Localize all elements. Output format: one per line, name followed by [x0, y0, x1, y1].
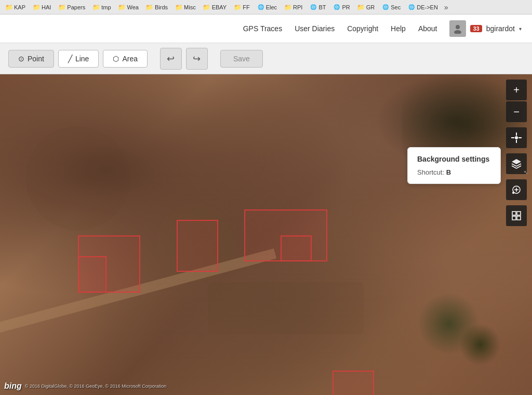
area-tool-button[interactable]: ⬡ Area [103, 50, 148, 68]
bookmark-ebay[interactable]: 📁 EBAY [200, 3, 230, 12]
bookmark-gr[interactable]: 📁 GR [354, 3, 378, 12]
folder-icon: 📁 [234, 4, 241, 11]
tooltip-key: B [446, 168, 451, 176]
bookmark-elec[interactable]: 🌐 Elec [254, 3, 280, 12]
globe-icon: 🌐 [333, 4, 340, 11]
building-outline-2 [177, 220, 218, 272]
svg-rect-10 [517, 212, 521, 215]
zoom-out-button[interactable]: − [506, 101, 527, 122]
nav-bar: GPS Traces User Diaries Copyright Help A… [0, 15, 532, 43]
bing-logo: bing [4, 381, 22, 391]
building-outline-4 [332, 371, 374, 395]
bookmark-misc[interactable]: 📁 Misc [172, 3, 199, 12]
tooltip-title: Background settings [417, 155, 491, 163]
nav-user-diaries[interactable]: User Diaries [295, 24, 335, 33]
globe-icon: 🌐 [257, 4, 264, 11]
nav-help[interactable]: Help [391, 24, 406, 33]
building-outline-3b [281, 235, 312, 261]
background-settings-tooltip: Background settings Shortcut: B [407, 147, 501, 184]
map-terrain [208, 282, 364, 334]
undo-button[interactable]: ↩ [160, 48, 182, 70]
folder-icon: 📁 [92, 4, 100, 11]
editor-toolbar: ⊙ Point ╱ Line ⬡ Area ↩ ↪ Save [0, 43, 532, 74]
bookmark-ff[interactable]: 📁 FF [231, 3, 252, 12]
area-icon: ⬡ [113, 55, 119, 63]
nav-user: 33 bgirardot ▾ [449, 20, 522, 37]
map-container[interactable]: + − ↖ [0, 74, 532, 395]
folder-icon: 📁 [118, 4, 126, 11]
svg-point-8 [512, 192, 514, 194]
folder-icon: 📁 [284, 4, 291, 11]
bookmark-kap[interactable]: 📁 KAP [2, 3, 29, 12]
map-trees-2 [459, 324, 501, 365]
bookmarks-more-button[interactable]: » [442, 2, 450, 12]
svg-point-2 [515, 136, 518, 139]
layers-button[interactable]: ↖ [506, 153, 527, 174]
user-dropdown-arrow[interactable]: ▾ [519, 26, 522, 32]
extra-control-2-button[interactable] [506, 205, 527, 226]
map-terrain [26, 126, 130, 230]
svg-rect-9 [512, 212, 516, 215]
zoom-in-button[interactable]: + [506, 80, 527, 100]
bookmarks-bar: 📁 KAP 📁 HAI 📁 Papers 📁 tmp 📁 Wea 📁 Birds… [0, 0, 532, 15]
globe-icon: 🌐 [408, 4, 415, 11]
username-link[interactable]: bgirardot [486, 24, 515, 33]
svg-point-1 [454, 30, 461, 34]
map-controls: + − ↖ [506, 80, 527, 226]
point-tool-button[interactable]: ⊙ Point [8, 50, 54, 68]
nav-copyright[interactable]: Copyright [347, 24, 378, 33]
bookmark-birds[interactable]: 📁 Birds [143, 3, 171, 12]
bookmark-bt[interactable]: 🌐 BT [307, 3, 329, 12]
folder-icon: 📁 [33, 4, 40, 11]
globe-icon: 🌐 [382, 4, 389, 11]
save-button[interactable]: Save [220, 50, 263, 68]
nav-about[interactable]: About [418, 24, 437, 33]
bookmark-wea[interactable]: 📁 Wea [115, 3, 142, 12]
redo-button[interactable]: ↪ [186, 48, 208, 70]
bookmark-sec[interactable]: 🌐 Sec [379, 3, 404, 12]
bookmark-rpi[interactable]: 📁 RPI [281, 3, 305, 12]
tooltip-shortcut: Shortcut: B [417, 168, 491, 176]
bing-watermark: bing © 2016 DigitalGlobe, © 2016 GeoEye,… [4, 381, 166, 391]
folder-icon: 📁 [58, 4, 65, 11]
svg-point-0 [456, 25, 460, 29]
avatar [449, 20, 466, 37]
gps-location-button[interactable] [506, 127, 527, 148]
nav-gps-traces[interactable]: GPS Traces [243, 24, 282, 33]
extra-control-1-button[interactable] [506, 179, 527, 200]
bookmark-de-en[interactable]: 🌐 DE->EN [405, 3, 441, 12]
building-outline-1b [78, 256, 107, 293]
folder-icon: 📁 [5, 4, 12, 11]
globe-icon: 🌐 [310, 4, 317, 11]
line-icon: ╱ [68, 55, 72, 63]
svg-rect-12 [517, 216, 521, 220]
notification-badge[interactable]: 33 [470, 25, 482, 32]
bookmark-hai[interactable]: 📁 HAI [30, 3, 54, 12]
point-icon: ⊙ [18, 55, 24, 63]
bookmark-papers[interactable]: 📁 Papers [55, 3, 88, 12]
svg-rect-11 [512, 216, 516, 220]
folder-icon: 📁 [203, 4, 210, 11]
folder-icon: 📁 [146, 4, 153, 11]
map-copyright: © 2016 DigitalGlobe, © 2016 GeoEye, © 20… [25, 384, 167, 389]
folder-icon: 📁 [357, 4, 365, 11]
folder-icon: 📁 [175, 4, 182, 11]
bookmark-tmp[interactable]: 📁 tmp [89, 3, 114, 12]
line-tool-button[interactable]: ╱ Line [58, 50, 99, 68]
bookmark-pr[interactable]: 🌐 PR [330, 3, 353, 12]
